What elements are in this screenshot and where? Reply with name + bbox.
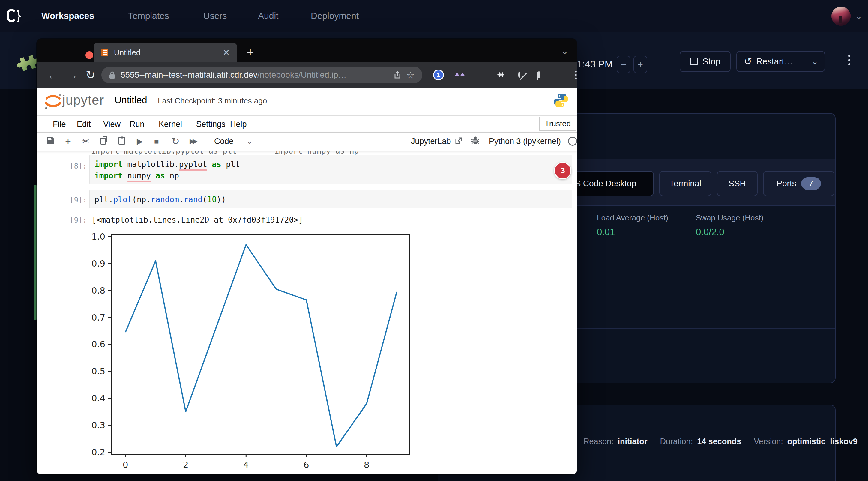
jupyter-notebook-page: jupyter Untitled Last Checkpoint: 3 minu…: [37, 88, 577, 474]
chart-plot-area: 0.20.30.40.50.60.70.80.91.0 02468: [111, 234, 410, 455]
save-icon[interactable]: [46, 136, 55, 146]
kernel-name[interactable]: Python 3 (ipykernel): [489, 137, 561, 146]
interrupt-kernel-icon[interactable]: ■: [154, 137, 159, 145]
user-avatar[interactable]: [831, 7, 850, 26]
tab-title: Untitled: [114, 48, 217, 57]
app-button-terminal[interactable]: Terminal: [659, 171, 711, 196]
tab-search-chevron-icon[interactable]: ⌄: [561, 46, 568, 56]
cell9-line: plt.plot(np.random.rand(10)): [94, 194, 572, 205]
window-close-button[interactable]: [86, 51, 93, 59]
browser-menu-kebab[interactable]: [575, 69, 577, 81]
browser-tab-strip: Untitled ✕ + ⌄: [37, 39, 577, 62]
new-tab-button[interactable]: +: [247, 45, 254, 60]
add-cell-icon[interactable]: +: [65, 136, 71, 146]
notebook-title[interactable]: Untitled: [115, 94, 147, 105]
run-cell-icon[interactable]: ▶: [137, 137, 143, 145]
jupyter-brand-text: jupyter: [62, 93, 104, 108]
cut-cell-icon[interactable]: ✂: [82, 136, 90, 146]
restart-icon: ↺: [744, 56, 752, 67]
bookmark-star-icon[interactable]: ☆: [406, 70, 414, 81]
notebook-favicon: [101, 48, 108, 57]
cell9-prompt: [9]:: [54, 196, 87, 204]
last-checkpoint: Last Checkpoint: 3 minutes ago: [158, 96, 267, 105]
app-button-ssh[interactable]: SSH: [717, 171, 757, 196]
avatar-chevron-down-icon[interactable]: ⌄: [855, 11, 862, 21]
restart-options-chevron[interactable]: ⌄: [805, 52, 825, 71]
clock-time: 11:43 PM: [572, 59, 613, 70]
top-nav: Workspaces Templates Users Audit Deploym…: [0, 0, 868, 33]
zoom-in-button[interactable]: +: [633, 56, 647, 73]
app-button-ports[interactable]: Ports 7: [763, 171, 834, 196]
cell8-line1: import matplotlib.pyplot as plt: [94, 159, 572, 170]
cell-type-chevron-icon[interactable]: ⌄: [247, 138, 252, 145]
reason-label: Reason:: [583, 437, 614, 446]
run-all-icon[interactable]: ▶▶: [190, 138, 195, 145]
jupyter-toolbar: + ✂ ▶ ■ ↻ ▶▶ Code ⌄ JupyterLab: [37, 132, 577, 151]
coder-logo[interactable]: [5, 7, 23, 26]
menu-file[interactable]: File: [52, 118, 67, 131]
share-icon[interactable]: [394, 71, 401, 79]
build-status-green-bar: [34, 185, 37, 320]
reload-button[interactable]: ↻: [86, 68, 95, 82]
restart-button[interactable]: ↺ Restart… ⌄: [736, 51, 825, 72]
notification-badge[interactable]: 3: [554, 162, 571, 179]
nav-item-workspaces[interactable]: Workspaces: [41, 0, 94, 32]
reason-value: initiator: [618, 437, 648, 446]
debugger-bug-icon[interactable]: [471, 136, 480, 147]
template-puzzle-icon: [9, 48, 38, 78]
output9-text: [<matplotlib.lines.Line2D at 0x7fd03f191…: [92, 215, 303, 224]
browser-toolbar: ← → ↻ 5555--main--test--matifali.atif.cd…: [37, 62, 577, 88]
cell9-input[interactable]: plt.plot(np.random.rand(10)): [89, 190, 572, 209]
nav-item-templates[interactable]: Templates: [128, 0, 169, 32]
x-axis-ticks: 02468: [112, 234, 409, 454]
stop-icon: [690, 58, 698, 65]
trusted-badge[interactable]: Trusted: [539, 117, 576, 131]
version-value: optimistic_liskov9: [787, 437, 858, 446]
tab-close-icon[interactable]: ✕: [223, 48, 230, 58]
workspace-kebab-menu[interactable]: [848, 53, 850, 67]
build-meta-row: Reason: initiator Duration: 14 seconds V…: [583, 437, 858, 446]
extension-blocker-icon[interactable]: [518, 72, 520, 78]
cell-type-select[interactable]: Code: [214, 137, 234, 146]
extension-1password-icon[interactable]: 1: [433, 70, 444, 81]
stat-load-average: Load Average (Host) 0.01: [597, 213, 668, 237]
coder-logo-glyph: [5, 7, 23, 25]
jupyter-menu-bar: File Edit View Run Kernel Settings Help …: [37, 116, 577, 133]
nav-item-deployment[interactable]: Deployment: [311, 0, 359, 32]
open-jupyterlab-link[interactable]: JupyterLab: [411, 137, 451, 146]
duration-label: Duration:: [660, 437, 693, 446]
external-link-icon[interactable]: [455, 137, 462, 146]
restart-kernel-icon[interactable]: ↻: [172, 136, 180, 146]
browser-window: Untitled ✕ + ⌄ ← → ↻ 5555--main--test--m…: [37, 39, 577, 474]
address-bar[interactable]: 5555--main--test--matifali.atif.cdr.dev/…: [101, 67, 422, 83]
stop-button[interactable]: Stop: [680, 51, 731, 72]
back-button[interactable]: ←: [48, 69, 59, 82]
zoom-out-button[interactable]: −: [617, 56, 630, 73]
side-panel-icon[interactable]: [538, 72, 540, 78]
nav-item-users[interactable]: Users: [203, 0, 227, 32]
menu-kernel[interactable]: Kernel: [157, 118, 183, 131]
jupyter-header: jupyter Untitled Last Checkpoint: 3 minu…: [37, 88, 577, 116]
stat-swap-usage: Swap Usage (Host) 0.0/2.0: [696, 213, 763, 237]
menu-run[interactable]: Run: [128, 118, 146, 131]
menu-view[interactable]: View: [102, 118, 122, 131]
menu-help[interactable]: Help: [229, 118, 248, 131]
browser-tab[interactable]: Untitled ✕: [94, 43, 237, 62]
cell8-prompt: [8]:: [54, 162, 87, 170]
nav-item-audit[interactable]: Audit: [258, 0, 278, 32]
lock-icon: [109, 71, 115, 79]
forward-button[interactable]: →: [67, 69, 78, 82]
menu-settings[interactable]: Settings: [195, 118, 227, 131]
menu-edit[interactable]: Edit: [75, 118, 92, 131]
output9-prompt: [9]:: [54, 216, 87, 224]
duration-value: 14 seconds: [697, 437, 741, 446]
python-logo-icon: [553, 93, 569, 109]
copy-cell-icon[interactable]: [100, 136, 108, 146]
extensions-puzzle-icon[interactable]: [495, 70, 504, 81]
url-path: /notebooks/Untitled.ip…: [257, 70, 346, 79]
kernel-status-icon: [568, 137, 577, 146]
cell8-line2: import numpy as np: [94, 170, 572, 182]
ports-count-badge: 7: [801, 177, 821, 190]
cell8-input[interactable]: import matplotlib.pyplot as plt import n…: [89, 155, 572, 184]
paste-cell-icon[interactable]: [118, 136, 125, 146]
